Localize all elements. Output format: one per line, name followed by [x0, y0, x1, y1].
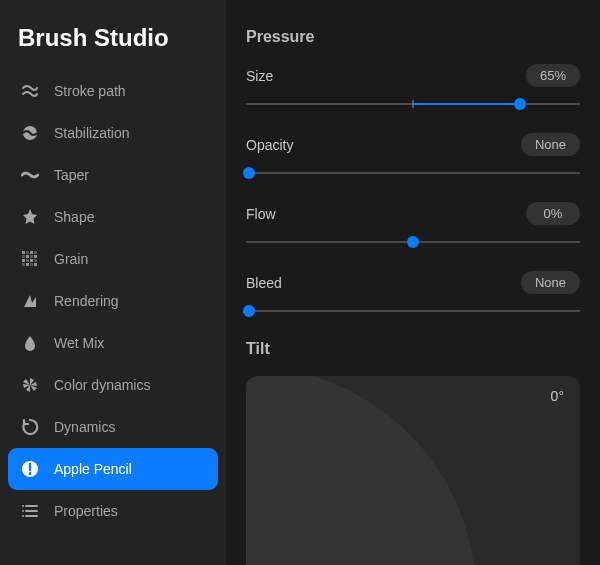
slider-row-bleed: BleedNone: [246, 271, 580, 318]
slider-label-size: Size: [246, 68, 273, 84]
slider-row-flow: Flow0%: [246, 202, 580, 249]
slider-label-flow: Flow: [246, 206, 276, 222]
sidebar-item-label: Wet Mix: [54, 335, 104, 351]
slider-label-bleed: Bleed: [246, 275, 282, 291]
slider-row-opacity: OpacityNone: [246, 133, 580, 180]
slider-track-opacity[interactable]: [246, 166, 580, 180]
grain-icon: [20, 249, 40, 269]
slider-track-flow[interactable]: [246, 235, 580, 249]
sidebar-item-label: Dynamics: [54, 419, 115, 435]
slider-row-size: Size65%: [246, 64, 580, 111]
sidebar-item-properties[interactable]: Properties: [8, 490, 218, 532]
app-title: Brush Studio: [0, 24, 226, 70]
sidebar-item-label: Color dynamics: [54, 377, 150, 393]
svg-rect-16: [34, 263, 37, 266]
shape-icon: [20, 207, 40, 227]
svg-rect-11: [30, 259, 33, 262]
sidebar-nav: Stroke pathStabilizationTaperShapeGrainR…: [0, 70, 226, 532]
stabilization-icon: [20, 123, 40, 143]
svg-rect-2: [26, 251, 29, 254]
slider-thumb-opacity[interactable]: [243, 167, 255, 179]
sidebar-item-color-dynamics[interactable]: Color dynamics: [8, 364, 218, 406]
sidebar-item-grain[interactable]: Grain: [8, 238, 218, 280]
sidebar-item-shape[interactable]: Shape: [8, 196, 218, 238]
tilt-heading: Tilt: [246, 340, 580, 358]
svg-rect-5: [22, 255, 25, 258]
tilt-graph[interactable]: 0°: [246, 376, 580, 565]
sidebar-item-taper[interactable]: Taper: [8, 154, 218, 196]
wet-mix-icon: [20, 333, 40, 353]
main-panel: Pressure Size65%OpacityNoneFlow0%BleedNo…: [226, 0, 600, 565]
svg-rect-6: [26, 255, 29, 258]
svg-rect-13: [22, 263, 25, 266]
svg-rect-4: [34, 251, 37, 254]
sidebar-item-label: Rendering: [54, 293, 119, 309]
sidebar-item-apple-pencil[interactable]: Apple Pencil: [8, 448, 218, 490]
stroke-path-icon: [20, 81, 40, 101]
slider-value-opacity[interactable]: None: [521, 133, 580, 156]
pressure-sliders: Size65%OpacityNoneFlow0%BleedNone: [246, 64, 580, 318]
sidebar-item-label: Stabilization: [54, 125, 130, 141]
slider-value-size[interactable]: 65%: [526, 64, 580, 87]
svg-rect-10: [26, 259, 29, 262]
properties-icon: [20, 501, 40, 521]
svg-point-22: [22, 510, 24, 512]
color-dynamics-icon: [20, 375, 40, 395]
tilt-angle-readout: 0°: [551, 388, 564, 404]
sidebar-item-label: Grain: [54, 251, 88, 267]
slider-value-bleed[interactable]: None: [521, 271, 580, 294]
sidebar: Brush Studio Stroke pathStabilizationTap…: [0, 0, 226, 565]
slider-track-bleed[interactable]: [246, 304, 580, 318]
taper-icon: [20, 165, 40, 185]
svg-rect-8: [34, 255, 37, 258]
sidebar-item-dynamics[interactable]: Dynamics: [8, 406, 218, 448]
svg-point-23: [22, 515, 24, 517]
sidebar-item-label: Properties: [54, 503, 118, 519]
sidebar-item-label: Stroke path: [54, 83, 126, 99]
slider-thumb-bleed[interactable]: [243, 305, 255, 317]
svg-rect-7: [30, 255, 33, 258]
sidebar-item-wet-mix[interactable]: Wet Mix: [8, 322, 218, 364]
slider-track-size[interactable]: [246, 97, 580, 111]
tilt-arc: [246, 376, 476, 565]
slider-thumb-flow[interactable]: [407, 236, 419, 248]
svg-rect-12: [34, 259, 37, 262]
slider-label-opacity: Opacity: [246, 137, 293, 153]
svg-rect-1: [22, 251, 25, 254]
slider-thumb-size[interactable]: [514, 98, 526, 110]
sidebar-item-stroke-path[interactable]: Stroke path: [8, 70, 218, 112]
svg-rect-9: [22, 259, 25, 262]
dynamics-icon: [20, 417, 40, 437]
svg-rect-3: [30, 251, 33, 254]
slider-value-flow[interactable]: 0%: [526, 202, 580, 225]
pressure-heading: Pressure: [246, 28, 580, 46]
svg-point-21: [22, 505, 24, 507]
apple-pencil-icon: [20, 459, 40, 479]
sidebar-item-rendering[interactable]: Rendering: [8, 280, 218, 322]
sidebar-item-stabilization[interactable]: Stabilization: [8, 112, 218, 154]
rendering-icon: [20, 291, 40, 311]
svg-rect-14: [26, 263, 29, 266]
sidebar-item-label: Taper: [54, 167, 89, 183]
sidebar-item-label: Apple Pencil: [54, 461, 132, 477]
svg-rect-15: [30, 263, 33, 266]
sidebar-item-label: Shape: [54, 209, 94, 225]
